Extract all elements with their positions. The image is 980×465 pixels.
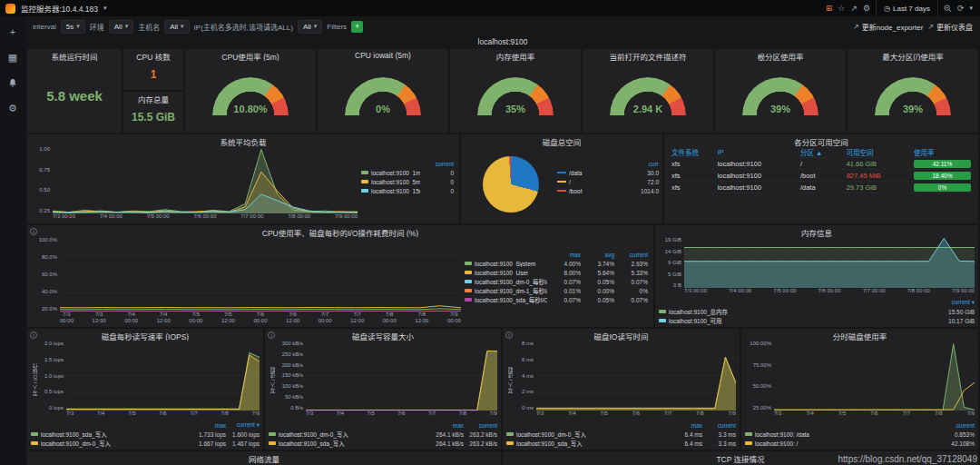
legend-label[interactable]: localhost:9100_dm-0_每秒I/O操作% [465,277,547,286]
alerting-bell-icon[interactable] [5,76,20,89]
legend-label[interactable]: localhost:9100_dm-1_每秒I/O操作% [465,286,547,295]
legend-label[interactable]: /boot [557,188,625,194]
interval-select[interactable]: 5s▾ [61,20,85,34]
y-tick-label: 100.0% [39,237,57,242]
legend-col-header[interactable]: current [420,161,454,167]
hostname-select[interactable]: All▾ [164,20,189,34]
x-tick-label: 7/7 00:00 [863,288,886,296]
legend-label[interactable]: localhost:9100_15m [361,188,420,194]
panel-title[interactable]: 磁盘每秒读写速率 (IOPS) [27,329,263,341]
dashboards-icon[interactable]: ▦ [5,51,20,64]
panel-info-icon[interactable]: i [505,331,513,339]
dashboard-settings-icon[interactable]: ⚙ [863,5,870,13]
legend-label[interactable]: / [557,179,625,185]
legend-label[interactable]: localhost:9100_sda_写入 [506,439,669,448]
ip-select[interactable]: All▾ [298,20,322,34]
legend-label[interactable]: localhost:9100_sda_写入 [31,430,192,439]
refresh-icon[interactable]: ⟳ [957,5,965,13]
x-axis: 7/3 00:007/4 00:007/5 00:007/6 00:007/7 … [659,288,975,296]
panel-title[interactable]: CPU使用率、磁盘每秒的I/O操作耗费时间 (%) [27,225,653,237]
legend-label[interactable]: localhost:9100_System [465,261,547,267]
panel-info-icon[interactable]: i [268,331,275,339]
table-col-header[interactable]: 文件系统 [668,147,714,157]
legend-label[interactable]: localhost:9100: / [745,440,941,447]
add-panel-icon[interactable]: ⊞ [826,5,833,13]
legend-label[interactable]: localhost:9100_dm-0_写入 [506,430,669,439]
legend-label[interactable]: localhost:9100_dm-0_写入 [31,439,192,448]
panel-title[interactable]: 当前打开的文件描述符 [583,49,713,61]
panel-title[interactable]: 内存使用率 [450,49,581,61]
legend-label[interactable]: localhost:9100_5m [361,179,420,185]
table-col-header[interactable]: 分区 ▲ [797,147,843,157]
grafana-logo[interactable] [5,4,15,14]
legend-value: 72.0 [625,179,659,185]
zoom-out-icon[interactable] [944,5,952,13]
star-icon[interactable]: ☆ [838,5,845,13]
x-tick-label: 7/7 [190,411,197,419]
legend-dash-icon [557,181,566,183]
panel-title[interactable]: 最大分区(/)使用率 [848,49,978,61]
create-plus-icon[interactable]: + [5,25,20,38]
x-tick-label: 7/9 00:00 [335,213,358,222]
open-file-descriptors-gauge: 2.94 K [583,61,713,133]
panel-title[interactable]: 系统运行时间 [27,49,122,61]
add-filter-button[interactable]: + [351,21,363,33]
legend-label[interactable]: localhost:9100_sda_写入 [269,439,430,448]
series-line [66,352,260,409]
panel-title[interactable]: 各分区可用空间 [664,134,978,146]
legend-col-header[interactable]: max [547,252,581,258]
legend-label[interactable]: localhost:9100_dm-0_写入 [269,430,430,439]
panel-title[interactable]: 磁盘总空间 [461,134,662,146]
dashboard-title[interactable]: 监控服务器:10.4.4.183 [21,3,98,14]
y-tick-label: 2 ms [522,389,534,394]
chart-canvas [774,341,975,411]
legend-col-header[interactable]: max [669,422,702,429]
update-node-exporter-link[interactable]: ↗更新node_exporter [853,22,923,32]
panel-title[interactable]: CPU iowait (5m) [318,49,448,61]
x-tick-label: 7/9 [729,411,736,419]
panel-title[interactable]: 根分区使用率 [715,49,846,61]
refresh-interval-caret-icon[interactable]: ▾ [969,5,973,12]
time-range-picker[interactable]: ◷ Last 7 days [876,0,938,16]
legend-label[interactable]: localhost:9100_User [465,270,547,276]
legend-value: 0.07% [614,279,648,285]
chevron-down-icon[interactable]: ▾ [103,5,107,12]
legend-label[interactable]: localhost:9100_总内存 [659,307,941,316]
table-col-header[interactable]: IP [714,148,797,156]
panel-title[interactable]: 系统平均负载 [27,134,459,146]
chart-plot-row: 100.00%75.00%50.00%25.00% [745,341,975,411]
legend-label[interactable]: /data [557,170,625,176]
legend-col-header[interactable]: current ▾ [941,299,975,306]
legend-col-header[interactable]: current [702,422,736,429]
table-col-header[interactable]: 可用空间 [843,147,910,157]
legend-col-header[interactable]: max [430,422,464,429]
legend-col-header[interactable]: curr [625,161,659,167]
panel-title[interactable]: 内存总量 [123,92,183,104]
legend-col-header[interactable]: current ▾ [226,421,260,429]
panel-title[interactable]: 磁盘读写容量大小 [265,329,501,341]
panel-info-icon[interactable]: i [30,331,37,339]
legend-col-header[interactable]: current [614,252,648,258]
table-col-header[interactable]: 使用率 [910,147,975,157]
update-dashboard-link[interactable]: ↗更新仪表盘 [927,22,973,32]
legend-col-header[interactable]: current [941,422,975,429]
panel-title[interactable]: 网络流量 [27,451,501,463]
panel-title[interactable]: 内存信息 [655,225,978,237]
legend-label[interactable]: localhost:9100: /data [745,431,941,438]
configuration-gear-icon[interactable]: ⚙ [5,102,20,114]
legend-label[interactable]: localhost:9100_1m [361,170,420,176]
share-icon[interactable]: ↗ [850,5,858,13]
legend-col-header[interactable]: max [192,422,226,429]
legend-label[interactable]: localhost:9100_sda_每秒I/O操作% [465,295,547,304]
legend-col-header[interactable]: avg [581,252,614,258]
panel-info-icon[interactable]: i [30,228,37,235]
panel-title[interactable]: CPU 核数 [123,49,183,61]
usage-badge: 0% [914,183,971,192]
legend-col-header[interactable]: current [464,422,497,429]
panel-title[interactable]: 磁盘IO读写时间 [503,329,740,341]
row-header-localhost-9100[interactable]: localhost:9100 [25,37,980,48]
env-select[interactable]: All▾ [109,20,133,34]
legend-label[interactable]: localhost:9100_可用 [659,316,941,325]
panel-title[interactable]: CPU使用率 (5m) [185,49,316,61]
panel-title[interactable]: 分时磁盘使用率 [741,329,978,341]
